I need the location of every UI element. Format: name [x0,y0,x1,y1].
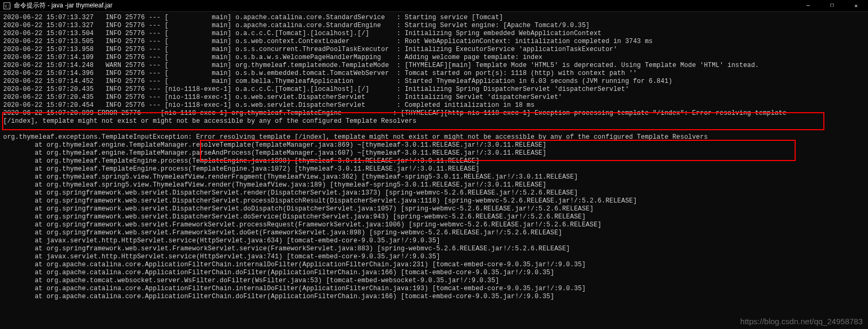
svg-text:C:\: C:\ [5,4,11,9]
window-title: 命令提示符 - java -jar thymeleaf.jar [14,1,112,10]
titlebar-left: C:\ 命令提示符 - java -jar thymeleaf.jar [3,1,112,10]
watermark: https://blog.csdn.net/qq_24958783 [740,317,863,326]
cmd-icon: C:\ [3,2,11,10]
titlebar-controls: — □ ✕ [796,0,868,12]
maximize-button[interactable]: □ [820,0,844,12]
minimize-button[interactable]: — [796,0,820,12]
console-output[interactable]: 2020-06-22 15:07:13.327 INFO 25776 --- [… [0,12,868,303]
window-titlebar: C:\ 命令提示符 - java -jar thymeleaf.jar — □ … [0,0,868,12]
close-button[interactable]: ✕ [844,0,868,12]
